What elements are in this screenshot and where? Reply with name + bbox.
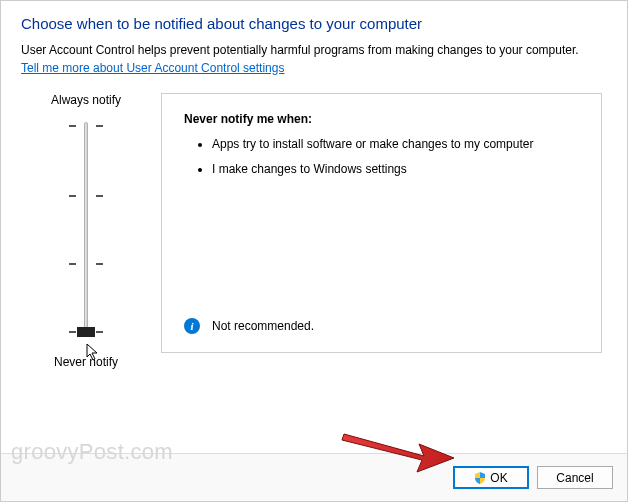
slider-tick [96, 263, 103, 265]
slider-tick [96, 195, 103, 197]
info-panel: Never notify me when: Apps try to instal… [161, 93, 602, 353]
watermark: groovyPost.com [11, 439, 173, 465]
page-title: Choose when to be notified about changes… [21, 15, 607, 32]
recommendation-text: Not recommended. [212, 319, 314, 333]
slider-tick [96, 125, 103, 127]
uac-slider[interactable] [84, 122, 88, 337]
slider-bottom-label: Never notify [21, 355, 151, 369]
page-subtitle: User Account Control helps prevent poten… [21, 42, 607, 59]
info-icon: i [184, 318, 200, 334]
slider-tick [96, 331, 103, 333]
cancel-button[interactable]: Cancel [537, 466, 613, 489]
ok-button-label: OK [490, 471, 507, 485]
info-bullet: Apps try to install software or make cha… [212, 136, 579, 153]
slider-tick [69, 331, 76, 333]
shield-icon [474, 472, 486, 484]
learn-more-link[interactable]: Tell me more about User Account Control … [21, 61, 284, 75]
info-bullet: I make changes to Windows settings [212, 161, 579, 178]
slider-top-label: Always notify [21, 93, 151, 107]
ok-button[interactable]: OK [453, 466, 529, 489]
cancel-button-label: Cancel [556, 471, 593, 485]
slider-thumb[interactable] [77, 327, 95, 337]
info-heading: Never notify me when: [184, 112, 579, 126]
slider-tick [69, 125, 76, 127]
slider-tick [69, 263, 76, 265]
slider-tick [69, 195, 76, 197]
